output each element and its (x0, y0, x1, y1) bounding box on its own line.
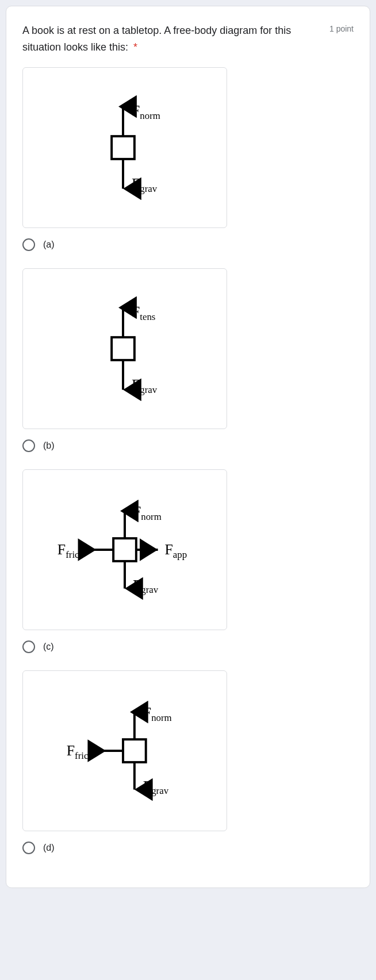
fbd-diagram-d: Fnorm Fgrav Ffrict (23, 671, 227, 831)
radio-icon (22, 238, 35, 251)
svg-rect-0 (112, 136, 135, 159)
option-a-block: Fnorm Fgrav (a) (22, 67, 354, 258)
option-b-block: Ftens Fgrav (b) (22, 268, 354, 459)
svg-rect-19 (123, 739, 146, 762)
svg-text:Fapp: Fapp (165, 541, 187, 560)
svg-text:Fnorm: Fnorm (133, 503, 162, 522)
option-a-image: Fnorm Fgrav (22, 67, 227, 228)
radio-icon (22, 842, 35, 854)
question-header: A book is at rest on a tabletop. A free-… (22, 22, 354, 56)
fbd-diagram-c: Fnorm Fgrav Ffrict Fapp (23, 470, 227, 630)
svg-text:Ftens: Ftens (132, 303, 156, 322)
option-c-label: (c) (43, 642, 54, 652)
option-b-radio-row[interactable]: (b) (22, 437, 354, 459)
option-c-block: Fnorm Fgrav Ffrict Fapp (c) (22, 469, 354, 660)
fbd-diagram-a: Fnorm Fgrav (23, 68, 227, 227)
option-b-image: Ftens Fgrav (22, 268, 227, 429)
option-b-label: (b) (43, 441, 55, 451)
svg-text:Fgrav: Fgrav (143, 777, 169, 796)
option-d-label: (d) (43, 843, 55, 853)
fbd-diagram-b: Ftens Fgrav (23, 269, 227, 429)
option-a-label: (a) (43, 240, 55, 250)
option-d-block: Fnorm Fgrav Ffrict (d) (22, 670, 354, 861)
option-a-radio-row[interactable]: (a) (22, 236, 354, 258)
option-d-radio-row[interactable]: (d) (22, 839, 354, 861)
svg-text:Ffrict: Ffrict (57, 541, 82, 560)
radio-icon (22, 439, 35, 452)
question-text: A book is at rest on a tabletop. A free-… (22, 22, 324, 56)
question-text-content: A book is at rest on a tabletop. A free-… (22, 25, 291, 53)
svg-text:Fnorm: Fnorm (132, 102, 160, 121)
option-d-image: Fnorm Fgrav Ffrict (22, 670, 227, 831)
question-card: A book is at rest on a tabletop. A free-… (6, 6, 370, 888)
svg-text:Fgrav: Fgrav (132, 376, 158, 395)
option-c-image: Fnorm Fgrav Ffrict Fapp (22, 469, 227, 630)
svg-text:Fgrav: Fgrav (132, 175, 158, 194)
required-asterisk: * (133, 41, 137, 53)
svg-text:Fnorm: Fnorm (143, 704, 172, 723)
svg-text:Ffrict: Ffrict (67, 742, 91, 761)
svg-text:Fgrav: Fgrav (133, 576, 159, 595)
svg-rect-10 (113, 538, 136, 561)
radio-icon (22, 641, 35, 653)
option-c-radio-row[interactable]: (c) (22, 638, 354, 660)
points-label: 1 point (329, 24, 354, 33)
svg-rect-5 (112, 337, 135, 360)
